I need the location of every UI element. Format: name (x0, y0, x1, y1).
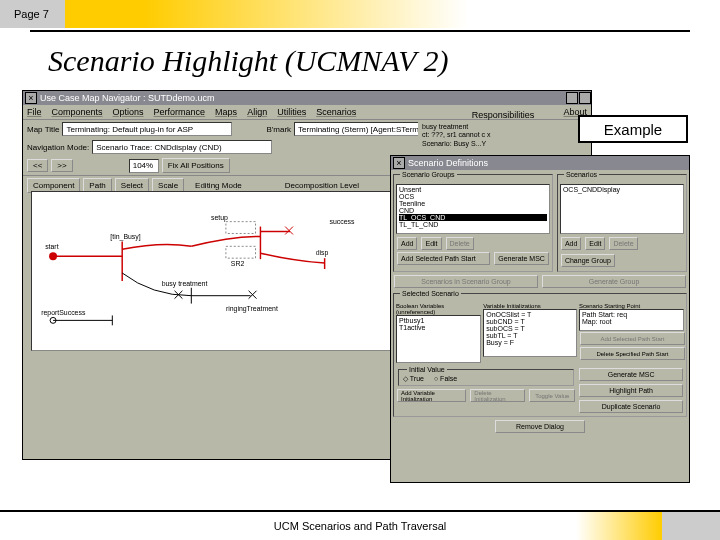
responsibilities-header: Responsibilities (418, 109, 588, 121)
scenario-definitions-window: × Scenario Definitions Scenario Groups U… (390, 155, 690, 483)
var-init-list[interactable]: OnOCSlist = T subCND = T subOCS = T subT… (483, 309, 577, 357)
footer: UCM Scenarios and Path Traversal (0, 510, 720, 540)
example-button[interactable]: Example (578, 115, 688, 143)
svg-text:[tin_Busy]: [tin_Busy] (110, 233, 140, 241)
zoom-field[interactable]: 104% (129, 159, 159, 173)
scen-titlebar: × Scenario Definitions (391, 156, 689, 170)
duplicate-scenario-button[interactable]: Duplicate Scenario (579, 400, 683, 413)
svg-text:success: success (330, 218, 355, 225)
close-icon[interactable]: × (25, 92, 37, 104)
list-item[interactable]: subOCS = T (486, 325, 574, 332)
scenarios-list[interactable]: OCS_CNDDisplay (560, 184, 684, 234)
start-point-list[interactable]: Path Start: req Map: root (579, 309, 684, 331)
nav-mode-label: Navigation Mode: (27, 143, 89, 152)
map-title-label: Map Title (27, 125, 59, 134)
list-item[interactable]: TL_OCS_CND (399, 214, 547, 221)
list-item[interactable]: TL_TL_CND (399, 221, 547, 228)
list-item[interactable]: OnOCSlist = T (486, 311, 574, 318)
resp-line2: ct: ???, sr1 cannot c x (422, 131, 584, 139)
add-button[interactable]: Add (561, 237, 581, 250)
scenarios-in-group-button[interactable]: Scenarios in Scenario Group (394, 275, 538, 288)
footer-text: UCM Scenarios and Path Traversal (274, 520, 446, 532)
tool-prev[interactable]: << (27, 159, 48, 172)
list-item[interactable]: subCND = T (486, 318, 574, 325)
resp-line3: Scenario: Busy S...Y (422, 140, 584, 148)
menu-components[interactable]: Components (52, 107, 103, 117)
generate-group-button[interactable]: Generate Group (542, 275, 686, 288)
page-number: Page 7 (14, 8, 49, 20)
list-item[interactable]: Teenline (399, 200, 547, 207)
bool-vars-list[interactable]: Ptbusy1 T1active (396, 315, 481, 363)
slide-title: Scenario Highlight (UCMNAV 2) (48, 44, 720, 78)
change-group-button[interactable]: Change Group (561, 254, 615, 267)
svg-text:disp: disp (316, 249, 329, 257)
menu-align[interactable]: Align (247, 107, 267, 117)
add-selected-path-start-button[interactable]: Add Selected Path Start (397, 252, 490, 265)
resp-line1: busy treatment (422, 123, 584, 131)
toggle-value-button[interactable]: Toggle Value (529, 389, 575, 402)
scenario-groups-list[interactable]: Unsent OCS Teenline CND TL_OCS_CND TL_TL… (396, 184, 550, 234)
list-item[interactable]: T1active (399, 324, 478, 331)
edit-button[interactable]: Edit (421, 237, 441, 250)
fix-positions-button[interactable]: Fix All Positions (162, 158, 230, 173)
menu-file[interactable]: File (27, 107, 42, 117)
list-item[interactable]: OCS_CNDDisplay (563, 186, 681, 193)
svg-rect-7 (226, 222, 256, 234)
decomp-label: Decomposition Level (285, 181, 359, 190)
menu-performance[interactable]: Performance (154, 107, 206, 117)
tool-next[interactable]: >> (51, 159, 72, 172)
list-item[interactable]: Unsent (399, 186, 547, 193)
list-item[interactable]: Path Start: req (582, 311, 681, 318)
svg-text:ringingTreatment: ringingTreatment (226, 305, 278, 313)
minimize-icon[interactable] (566, 92, 578, 104)
highlight-path-button[interactable]: Highlight Path (579, 384, 683, 397)
responsibilities-panel: Responsibilities busy treatment ct: ???,… (418, 109, 588, 161)
list-item[interactable]: subTL = T (486, 332, 574, 339)
selected-scenario-label: Selected Scenario (400, 290, 461, 297)
delete-button[interactable]: Delete (609, 237, 637, 250)
list-item[interactable]: CND (399, 207, 547, 214)
list-item[interactable]: OCS (399, 193, 547, 200)
ucm-diagram: start [tin_Busy] busy treatment ringingT… (31, 191, 401, 351)
delete-button[interactable]: Delete (446, 237, 474, 250)
map-title-field[interactable]: Terminating: Default plug-in for ASP (62, 122, 232, 136)
menu-maps[interactable]: Maps (215, 107, 237, 117)
svg-text:setup: setup (211, 214, 228, 222)
menu-options[interactable]: Options (113, 107, 144, 117)
svg-text:start: start (45, 243, 59, 250)
bool-vars-label: Boolean Variables (unreferenced) (396, 303, 481, 315)
close-icon[interactable]: × (393, 157, 405, 169)
svg-text:reportSuccess: reportSuccess (41, 309, 86, 317)
delete-specified-path-start-button[interactable]: Delete Specified Path Start (580, 347, 685, 360)
bmark-label: B'mark (266, 125, 291, 134)
delete-init-button[interactable]: Delete Initialization (470, 389, 525, 402)
list-item[interactable]: Busy = F (486, 339, 574, 346)
menu-scenarios[interactable]: Scenarios (316, 107, 356, 117)
nav-mode-field[interactable]: Scenario Trace: CNDdisplay (CND) (92, 140, 272, 154)
editing-mode-label: Editing Mode (195, 181, 242, 190)
top-rule (30, 30, 690, 32)
scenarios-label: Scenarios (564, 171, 599, 178)
svg-rect-8 (226, 246, 256, 258)
svg-text:busy treatment: busy treatment (162, 280, 208, 288)
add-selected-path-start-button[interactable]: Add Selected Path Start (580, 332, 685, 345)
svg-text:SR2: SR2 (231, 260, 245, 267)
edit-button[interactable]: Edit (585, 237, 605, 250)
list-item[interactable]: Map: root (582, 318, 681, 325)
list-item[interactable]: Ptbusy1 (399, 317, 478, 324)
true-radio[interactable]: ◇ True (403, 375, 424, 382)
initial-value-label: Initial Value (407, 366, 447, 373)
nav-window-title: Use Case Map Navigator : SUTDdemo.ucm (40, 93, 215, 103)
maximize-icon[interactable] (579, 92, 591, 104)
scenario-groups-label: Scenario Groups (400, 171, 457, 178)
nav-titlebar: × Use Case Map Navigator : SUTDdemo.ucm (23, 91, 591, 105)
add-button[interactable]: Add (397, 237, 417, 250)
remove-dialog-button[interactable]: Remove Dialog (495, 420, 585, 433)
menu-utilities[interactable]: Utilities (277, 107, 306, 117)
generate-msc-button[interactable]: Generate MSC (494, 252, 549, 265)
false-radio[interactable]: ○ False (434, 375, 457, 382)
scen-window-title: Scenario Definitions (408, 158, 488, 168)
generate-msc-button[interactable]: Generate MSC (579, 368, 683, 381)
add-variable-init-button[interactable]: Add Variable Initialization (397, 389, 466, 402)
